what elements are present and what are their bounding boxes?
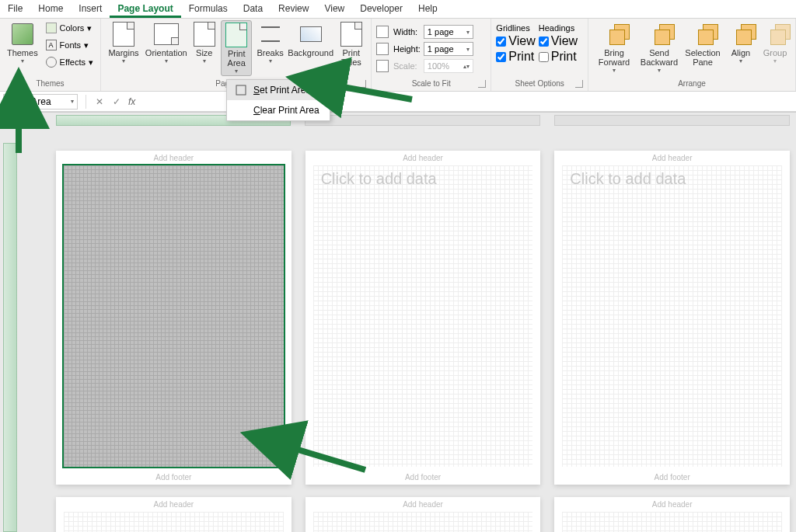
- page-header[interactable]: Add header: [56, 497, 292, 512]
- page-body[interactable]: [64, 512, 284, 532]
- orientation-button[interactable]: Orientation▾: [145, 20, 188, 76]
- page-header[interactable]: Add header: [554, 151, 790, 165]
- set-print-area-item[interactable]: Set Print Area: [227, 80, 330, 100]
- print-titles-button[interactable]: Print Titles: [337, 20, 366, 76]
- svg-rect-0: [236, 85, 246, 95]
- tab-file[interactable]: File: [0, 0, 30, 18]
- chevron-down-icon: ▾: [84, 40, 89, 50]
- align-icon: [731, 24, 751, 44]
- selection-pane-label: Selection Pane: [685, 48, 720, 67]
- page-footer[interactable]: Add footer: [554, 470, 790, 485]
- horizontal-ruler[interactable]: [56, 115, 790, 132]
- group-label-sheet-options: Sheet Options: [496, 78, 583, 89]
- background-button[interactable]: Background: [288, 20, 333, 76]
- page-6[interactable]: Add header: [554, 497, 790, 532]
- themes-button[interactable]: Themes ▾: [5, 20, 40, 76]
- print-area-dropdown: Set Print Area Clear Print Area: [226, 79, 330, 121]
- group-arrange: Bring Forward▾ Send Backward▾ Selection …: [588, 19, 796, 91]
- breaks-button[interactable]: Breaks▾: [255, 20, 285, 76]
- bring-forward-label: Bring Forward: [599, 48, 630, 67]
- group-themes: Themes ▾ Colors▾ AFonts▾ Effects▾ Themes: [0, 19, 101, 91]
- fonts-label: Fonts: [60, 40, 82, 50]
- page-1[interactable]: Add header Add footer: [56, 151, 292, 485]
- tab-insert[interactable]: Insert: [71, 0, 110, 18]
- page-footer[interactable]: Add footer: [56, 470, 292, 485]
- name-box[interactable]: Print_Area▾: [3, 94, 78, 110]
- gridlines-view-checkbox[interactable]: View: [496, 34, 535, 48]
- tab-data[interactable]: Data: [236, 0, 271, 18]
- group-button[interactable]: Group▾: [759, 20, 791, 76]
- chevron-down-icon: ▾: [269, 57, 272, 64]
- width-icon: [376, 26, 389, 38]
- page-5[interactable]: Add header: [305, 497, 541, 532]
- page-body[interactable]: Click to add data: [562, 165, 782, 467]
- breaks-icon: [261, 26, 280, 42]
- align-button[interactable]: Align▾: [725, 20, 756, 76]
- clear-print-area-item[interactable]: Clear Print Area: [227, 100, 330, 120]
- page-layout-workspace: Add header Add footer Add header Click t…: [0, 112, 796, 532]
- chevron-down-icon: ▾: [87, 23, 92, 33]
- set-print-area-icon: [235, 84, 247, 96]
- selection-pane-button[interactable]: Selection Pane: [683, 20, 722, 76]
- page-header[interactable]: Add header: [56, 151, 292, 165]
- height-label: Height:: [393, 44, 421, 54]
- effects-button[interactable]: Effects▾: [44, 54, 96, 70]
- orientation-label: Orientation: [145, 48, 187, 57]
- print-area-button[interactable]: Print Area▾: [221, 20, 252, 76]
- margins-button[interactable]: Margins▾: [106, 20, 141, 76]
- gridlines-print-checkbox[interactable]: Print: [496, 50, 535, 64]
- annotation-arrow-2: [5, 110, 36, 160]
- themes-icon: [12, 23, 33, 45]
- page-header[interactable]: Add header: [554, 497, 790, 512]
- headings-heading: Headings: [539, 23, 578, 33]
- scale-icon: [376, 60, 389, 72]
- height-select[interactable]: 1 page▾: [424, 42, 473, 56]
- effects-icon: [46, 57, 57, 68]
- page-body[interactable]: [562, 512, 782, 532]
- size-button[interactable]: Size▾: [191, 20, 218, 76]
- fonts-icon: A: [46, 40, 57, 50]
- page-body[interactable]: Click to add data: [313, 165, 533, 467]
- effects-label: Effects: [60, 57, 86, 67]
- width-select[interactable]: 1 page▾: [424, 25, 473, 39]
- group-label-arrange: Arrange: [593, 78, 791, 89]
- clear-print-area-icon: [235, 104, 247, 116]
- page-header[interactable]: Add header: [305, 151, 541, 165]
- gridlines-heading: Gridlines: [496, 23, 535, 33]
- tab-page-layout[interactable]: Page Layout: [110, 0, 180, 18]
- tab-home[interactable]: Home: [30, 0, 71, 18]
- tab-formulas[interactable]: Formulas: [181, 0, 236, 18]
- chevron-down-icon: ▾: [165, 57, 168, 64]
- chevron-down-icon: ▾: [21, 57, 24, 64]
- print-area-selection[interactable]: [64, 165, 284, 467]
- scale-input: 100%▴▾: [424, 59, 473, 73]
- page-header[interactable]: Add header: [305, 497, 541, 512]
- tab-help[interactable]: Help: [410, 0, 445, 18]
- sheet-options-launcher[interactable]: [575, 80, 583, 88]
- fonts-button[interactable]: AFonts▾: [44, 37, 96, 53]
- tab-view[interactable]: View: [316, 0, 352, 18]
- headings-view-checkbox[interactable]: View: [539, 34, 578, 48]
- enter-formula-button[interactable]: ✓: [108, 96, 125, 107]
- vertical-ruler[interactable]: [3, 143, 40, 532]
- send-backward-icon: [649, 24, 669, 44]
- background-label: Background: [288, 48, 333, 57]
- separator: [86, 95, 86, 109]
- tab-review[interactable]: Review: [271, 0, 316, 18]
- page-body[interactable]: [313, 512, 533, 532]
- size-label: Size: [196, 48, 212, 57]
- scale-launcher[interactable]: [478, 80, 486, 88]
- cancel-formula-button[interactable]: ✕: [91, 96, 108, 107]
- bring-forward-button[interactable]: Bring Forward▾: [593, 20, 635, 76]
- selection-pane-icon: [693, 24, 713, 44]
- colors-button[interactable]: Colors▾: [44, 20, 96, 36]
- page-4[interactable]: Add header: [56, 497, 292, 532]
- tab-developer[interactable]: Developer: [352, 0, 410, 18]
- chevron-down-icon: ▾: [203, 57, 206, 64]
- page-3[interactable]: Add header Click to add data Add footer: [554, 151, 790, 485]
- send-backward-button[interactable]: Send Backward▾: [638, 20, 680, 76]
- svg-line-3: [288, 447, 365, 470]
- headings-print-checkbox[interactable]: Print: [539, 50, 578, 64]
- fx-label[interactable]: fx: [125, 96, 138, 107]
- bring-forward-icon: [604, 24, 624, 44]
